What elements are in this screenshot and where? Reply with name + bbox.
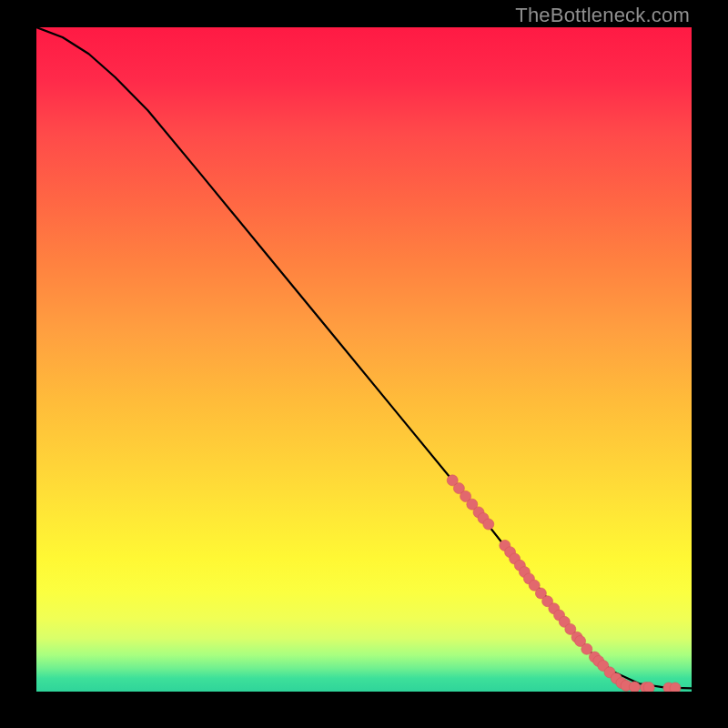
chart-svg [36,27,692,692]
data-point [581,643,592,654]
watermark-text: TheBottleneck.com [515,4,690,27]
data-point [483,519,494,530]
curve-line [36,27,692,688]
highlighted-points [447,475,681,692]
data-point [629,682,640,692]
chart-frame: TheBottleneck.com [0,0,728,728]
data-point [670,682,681,692]
plot-area [36,27,692,692]
data-point [643,682,654,692]
